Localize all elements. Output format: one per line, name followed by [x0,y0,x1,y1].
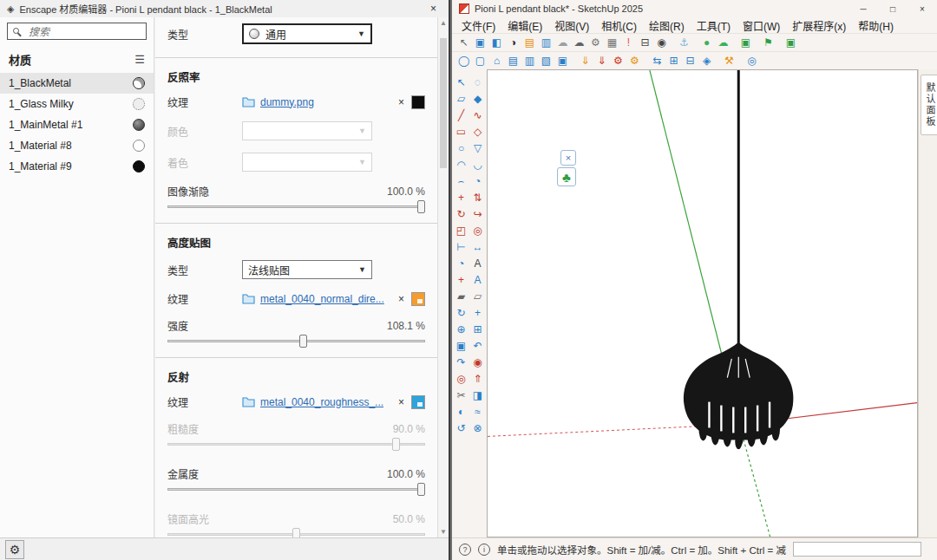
text-icon[interactable]: A [470,256,485,270]
menu-extensions[interactable]: 扩展程序(x) [786,17,852,34]
gear-red-icon[interactable]: ⚙ [611,54,626,68]
menu-window[interactable]: 窗口(W) [737,17,786,34]
component-exchange-icon[interactable]: ◈ [699,54,714,68]
search-box[interactable] [7,23,147,40]
lasso-icon[interactable]: ◌ [470,75,485,89]
help-icon[interactable]: ? [459,544,471,556]
height-texture-swatch[interactable] [411,292,425,306]
walk-icon[interactable]: ⇑ [470,371,485,386]
axes-icon[interactable]: + [454,272,468,287]
menu-help[interactable]: 帮助(H) [852,17,900,34]
maximize-icon[interactable]: □ [878,0,908,17]
view-toggle-icon[interactable]: ◨ [470,387,485,402]
zoom-search-icon[interactable]: ◎ [744,54,759,68]
close-section-icon[interactable]: ⊗ [470,420,485,435]
home-icon[interactable]: ⌂ [489,54,504,68]
green-save-icon[interactable]: ▣ [738,36,753,50]
eraser-icon[interactable]: ▱ [454,91,468,106]
default-panel-tab[interactable]: 默认面板 [921,75,937,135]
green-material-icon[interactable]: ● [699,36,714,50]
height-texture-link[interactable]: metal_0040_normal_dire... [260,293,384,305]
menu-draw[interactable]: 绘图(R) [643,17,691,34]
materials-menu-icon[interactable]: ☰ [134,53,145,66]
floating-close-button[interactable]: × [560,150,576,166]
three-point-arc-icon[interactable]: ⌢ [454,173,468,188]
rectangle-icon[interactable]: ▭ [454,124,468,139]
height-map-type-dropdown[interactable]: 法线贴图 ▼ [242,260,372,279]
remove-texture-icon[interactable]: × [395,96,408,108]
protractor-icon[interactable]: ◔ [454,256,468,270]
remove-texture-icon[interactable]: × [395,396,408,408]
gear-orange-icon[interactable]: ⚙ [627,54,642,68]
remove-texture-icon[interactable]: × [395,293,408,305]
slider-thumb[interactable] [417,200,425,213]
measurements-box[interactable] [793,542,921,557]
panorama-gallery-icon[interactable]: ▦ [605,36,619,50]
rotated-rectangle-icon[interactable]: ◇ [470,124,485,139]
menu-file[interactable]: 文件(F) [455,17,501,34]
scroll-up-icon[interactable]: ▲ [438,17,449,29]
swap-arrows-icon[interactable]: ⇆ [650,54,665,68]
material-list-item[interactable]: 1_Material #8 [0,135,154,156]
cloud-upload-icon[interactable]: ☁ [572,36,586,50]
polygon-icon[interactable]: ▽ [470,140,485,155]
follow-me-icon[interactable]: ↪ [470,206,485,221]
image-fade-slider[interactable] [167,200,425,214]
albedo-tint-dropdown[interactable]: ▼ [242,153,372,172]
viewport[interactable]: × ♣ [487,69,918,537]
material-list-item[interactable]: 1_Glass Milky [0,94,154,114]
alert-badge-icon[interactable]: ! [621,36,636,50]
scrollbar-thumb[interactable] [440,38,447,168]
folder-icon[interactable] [242,293,255,304]
undo-view-icon[interactable]: ↺ [454,420,468,435]
doc-new-icon[interactable]: ▤ [506,54,521,68]
previous-view-icon[interactable]: ↶ [470,338,485,353]
menu-tools[interactable]: 工具(T) [691,17,737,34]
reflection-texture-link[interactable]: metal_0040_roughness_... [260,396,383,408]
settings-button[interactable]: ⚙ [5,540,24,559]
section-plane-icon[interactable]: ▰ [454,289,468,303]
pie-icon[interactable]: ◔ [470,173,485,188]
position-camera-icon[interactable]: ◉ [470,355,485,369]
height-amount-slider[interactable] [167,335,425,348]
metallic-slider[interactable] [167,483,425,497]
freehand-icon[interactable]: ∿ [470,107,485,122]
measurements-input[interactable] [794,544,921,557]
albedo-texture-swatch[interactable] [411,95,425,109]
section-fill-icon[interactable]: ▱ [470,289,485,303]
visual-settings-gear-icon[interactable]: ⚙ [588,36,603,50]
next-view-icon[interactable]: ↷ [454,355,468,369]
3d-text-icon[interactable]: A [470,272,485,287]
paint-bucket-icon[interactable]: ◆ [470,91,485,106]
cart-icon[interactable]: ⊟ [638,36,652,50]
menu-camera[interactable]: 相机(C) [595,17,643,34]
folder-icon[interactable] [242,396,255,407]
floating-plant-button[interactable]: ♣ [557,167,576,186]
menu-edit[interactable]: 编辑(E) [501,17,548,34]
shadows-icon[interactable]: ◐ [454,404,468,419]
green-cloud-icon[interactable]: ☁ [716,36,731,50]
info-icon[interactable]: i [478,544,490,556]
enscape-render-icon[interactable]: ▣ [473,36,488,50]
asset-anchor-icon[interactable]: ⚓ [677,36,691,50]
look-around-icon[interactable]: ◎ [454,371,468,386]
nav-box-minus-icon[interactable]: ⊟ [683,54,698,68]
minimize-icon[interactable]: ─ [849,0,878,17]
zoom-icon[interactable]: ⊕ [454,322,468,336]
material-list-item[interactable]: 1_BlackMetal [0,73,154,94]
export-image-icon[interactable]: ▤ [522,36,537,50]
section-cut-icon[interactable]: ✂ [454,387,468,402]
arc-icon[interactable]: ◠ [454,157,468,172]
enscape-live-sync-icon[interactable]: ◧ [489,36,504,50]
nav-box-plus-icon[interactable]: ⊞ [666,54,681,68]
doc-copy-icon[interactable]: ▧ [539,54,554,68]
import-arrow-red-icon[interactable]: ⇓ [594,54,609,68]
sketchup-titlebar[interactable]: Pioni L pendant black* - SketchUp 2025 ─… [452,0,937,17]
folder-icon[interactable] [242,96,255,107]
reflection-texture-swatch[interactable] [411,395,425,409]
warning-tools-icon[interactable]: ⚒ [722,54,737,68]
fog-icon[interactable]: ≈ [470,404,485,419]
shape-sphere-icon[interactable]: ◯ [456,54,471,68]
line-icon[interactable]: ╱ [454,107,468,122]
pan-icon[interactable]: + [470,305,485,320]
